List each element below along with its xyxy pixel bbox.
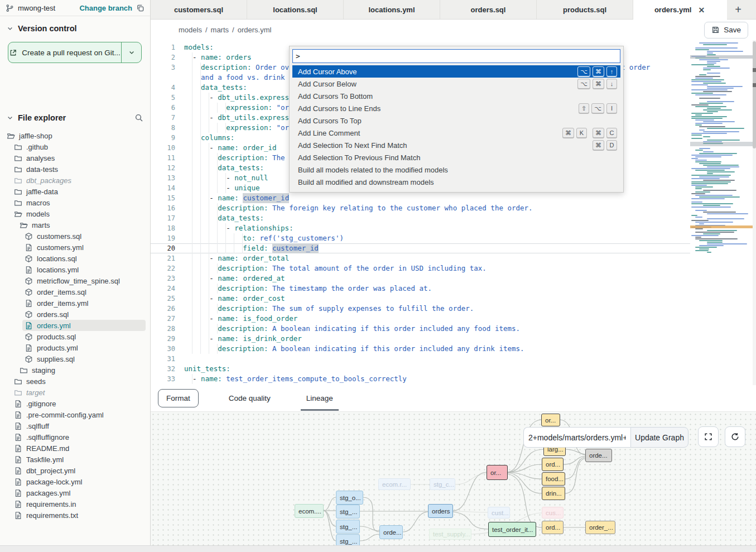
file-tree-item-jaffle-shop[interactable]: jaffle-shop <box>0 130 150 141</box>
file-tree-item-.pre-commit-config.yaml[interactable]: .pre-commit-config.yaml <box>0 409 150 420</box>
bottom-strip[interactable] <box>0 545 756 552</box>
save-button[interactable]: Save <box>704 22 748 39</box>
lineage-node-orders[interactable]: orders <box>428 504 453 518</box>
file-tree-item-customers.sql[interactable]: customers.sql <box>0 231 150 242</box>
file-tree-item-.github[interactable]: .github <box>0 141 150 152</box>
lineage-node-stg_o[interactable]: stg_o... <box>336 491 363 505</box>
file-tree-item-.sqlfluff[interactable]: .sqlfluff <box>0 420 150 431</box>
palette-item-add-cursors-to-line-ends[interactable]: Add Cursors to Line Ends⇧⌥I <box>292 102 620 114</box>
copy-icon[interactable] <box>136 4 145 12</box>
file-tree-item-orders.sql[interactable]: orders.sql <box>0 309 150 320</box>
file-tree-item-requirements.txt[interactable]: requirements.txt <box>0 510 150 521</box>
file-tree-item-order_items.yml[interactable]: order_items.yml <box>0 297 150 309</box>
file-tree-item-models[interactable]: models <box>0 208 150 219</box>
palette-item-build-all-models-related-to-the-modified-models[interactable]: Build all models related to the modified… <box>292 164 620 176</box>
lineage-node-or[interactable]: or... <box>487 465 508 480</box>
file-tree-item-data-tests[interactable]: data-tests <box>0 164 150 175</box>
file-tree-item-orders.yml[interactable]: orders.yml <box>0 320 150 331</box>
panel-tab-lineage[interactable]: Lineage <box>301 385 339 411</box>
scrollbar-thumb[interactable] <box>753 41 756 148</box>
lineage-node-food[interactable]: food... <box>542 472 565 486</box>
palette-item-add-cursors-to-bottom[interactable]: Add Cursors To Bottom <box>292 90 620 102</box>
tab-locations.yml[interactable]: locations.yml <box>344 0 440 19</box>
lineage-node-ecom[interactable]: ecom.... <box>295 504 324 518</box>
lineage-node-cust[interactable]: cust... <box>488 507 510 519</box>
close-icon[interactable]: ✕ <box>697 6 706 15</box>
file-tree-item-.sqlfluffignore[interactable]: .sqlfluffignore <box>0 431 150 443</box>
file-tree-item-marts[interactable]: marts <box>0 219 150 231</box>
file-tree-item-Taskfile.yml[interactable]: Taskfile.yml <box>0 454 150 465</box>
lineage-node-orde[interactable]: orde... <box>379 525 403 539</box>
palette-item-add-line-comment[interactable]: Add Line Comment⌘K⌘C <box>292 127 620 139</box>
code-line-19: 19to: ref('stg_customers') <box>151 233 690 243</box>
format-button[interactable]: Format <box>158 389 199 407</box>
file-tree-item-target[interactable]: target <box>0 387 150 398</box>
lineage-node-cus[interactable]: cus... <box>542 507 564 519</box>
file-tree-item-dbt_project.yml[interactable]: dbt_project.yml <box>0 465 150 476</box>
tab-orders.sql[interactable]: orders.sql <box>440 0 537 19</box>
folder-icon <box>14 154 22 162</box>
minimap[interactable] <box>690 42 753 266</box>
palette-item-add-cursor-above[interactable]: Add Cursor Above⌥⌘↑ <box>292 65 620 78</box>
fullscreen-button[interactable] <box>698 426 719 447</box>
tab-customers.sql[interactable]: customers.sql <box>151 0 247 19</box>
file-tree-item-jaffle-data[interactable]: jaffle-data <box>0 186 150 197</box>
file-tree-item-products.sql[interactable]: products.sql <box>0 331 150 342</box>
breadcrumb-marts[interactable]: marts <box>211 26 229 34</box>
file-tree-item-macros[interactable]: macros <box>0 197 150 208</box>
panel-tab-code-quality[interactable]: Code quality <box>223 385 276 411</box>
create-pull-request-button[interactable]: Create a pull request on Git... <box>8 42 142 63</box>
file-tree-item-dbt_packages[interactable]: dbt_packages <box>0 175 150 186</box>
lineage-node-stg_[interactable]: stg_... <box>336 534 360 545</box>
lineage-node-test_order_it[interactable]: test_order_it... <box>488 522 536 537</box>
lineage-node-ecomr[interactable]: ecom.r... <box>378 478 411 490</box>
new-tab-button[interactable]: + <box>727 0 749 19</box>
file-name: metricflow_time_spine.sql <box>37 277 120 285</box>
file-tree-item-customers.yml[interactable]: customers.yml <box>0 242 150 253</box>
pr-button-dropdown[interactable] <box>121 42 141 63</box>
lineage-node-orde[interactable]: orde... <box>585 449 612 462</box>
lineage-node-stg_[interactable]: stg_... <box>336 520 360 534</box>
palette-item-add-selection-to-previous-find-match[interactable]: Add Selection To Previous Find Match <box>292 151 620 164</box>
change-branch-link[interactable]: Change branch <box>79 4 132 12</box>
command-palette-input[interactable] <box>292 49 620 63</box>
lineage-node-ord[interactable]: ord... <box>542 521 564 534</box>
editor-scrollbar[interactable] <box>753 40 756 385</box>
palette-item-build-all-modified-and-downstream-models[interactable]: Build all modified and downstream models <box>292 176 620 188</box>
tab-locations.sql[interactable]: locations.sql <box>247 0 344 19</box>
file-tree-item-README.md[interactable]: README.md <box>0 443 150 454</box>
file-tree-item-.gitignore[interactable]: .gitignore <box>0 398 150 409</box>
file-tree-item-products.yml[interactable]: products.yml <box>0 342 150 353</box>
file-tree-item-requirements.in[interactable]: requirements.in <box>0 498 150 510</box>
palette-item-add-cursors-to-top[interactable]: Add Cursors To Top <box>292 114 620 127</box>
update-graph-button[interactable]: Update Graph <box>630 427 688 448</box>
file-tree-item-metricflow_time_spine.sql[interactable]: metricflow_time_spine.sql <box>0 275 150 286</box>
refresh-button[interactable] <box>725 426 745 447</box>
version-control-header[interactable]: Version control <box>0 16 150 37</box>
lineage-node-ord[interactable]: ord... <box>542 458 564 471</box>
lineage-node-stg_c[interactable]: stg_c... <box>430 478 455 490</box>
lineage-node-stg_[interactable]: stg_... <box>336 505 360 519</box>
lineage-node-or[interactable]: or... <box>541 414 560 426</box>
file-tree-item-locations.sql[interactable]: locations.sql <box>0 253 150 264</box>
tab-products.sql[interactable]: products.sql <box>537 0 633 19</box>
breadcrumb-models[interactable]: models <box>179 26 202 34</box>
palette-item-add-selection-to-next-find-match[interactable]: Add Selection To Next Find Match⌘D <box>292 139 620 151</box>
file-tree-item-staging[interactable]: staging <box>0 364 150 376</box>
graph-selector-input[interactable] <box>523 427 630 448</box>
file-tree-item-locations.yml[interactable]: locations.yml <box>0 264 150 275</box>
lineage-canvas[interactable]: ecom....stg_o...stg_...stg_...stg_...ord… <box>151 411 756 545</box>
lineage-node-test_supply[interactable]: test_supply... <box>429 529 471 540</box>
file-tree-item-supplies.sql[interactable]: supplies.sql <box>0 353 150 364</box>
file-tree-item-package-lock.yml[interactable]: package-lock.yml <box>0 476 150 487</box>
file-tree-item-seeds[interactable]: seeds <box>0 376 150 387</box>
file-tree-item-packages.yml[interactable]: packages.yml <box>0 487 150 498</box>
search-icon[interactable] <box>134 113 143 122</box>
lineage-node-drin[interactable]: drin... <box>542 487 565 500</box>
palette-item-add-cursor-below[interactable]: Add Cursor Below⌥⌘↓ <box>292 78 620 90</box>
file-tree-item-order_items.sql[interactable]: order_items.sql <box>0 286 150 297</box>
file-tree-item-analyses[interactable]: analyses <box>0 152 150 164</box>
file-explorer-header[interactable]: File explorer <box>0 105 150 127</box>
lineage-node-order_[interactable]: order_... <box>585 521 615 534</box>
tab-orders.yml[interactable]: orders.yml✕ <box>633 0 727 20</box>
